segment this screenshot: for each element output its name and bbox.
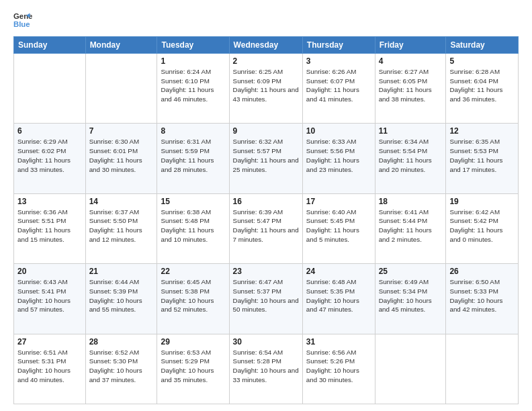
calendar-cell: 6Sunrise: 6:29 AMSunset: 6:02 PMDaylight… bbox=[14, 124, 86, 193]
calendar-cell: 7Sunrise: 6:30 AMSunset: 6:01 PMDaylight… bbox=[85, 124, 157, 193]
day-detail: Sunrise: 6:30 AMSunset: 6:01 PMDaylight:… bbox=[89, 137, 154, 174]
day-detail: Sunrise: 6:43 AMSunset: 5:41 PMDaylight:… bbox=[17, 277, 82, 314]
day-detail: Sunrise: 6:45 AMSunset: 5:38 PMDaylight:… bbox=[161, 277, 225, 314]
calendar-cell: 21Sunrise: 6:44 AMSunset: 5:39 PMDayligh… bbox=[85, 264, 157, 334]
day-number: 22 bbox=[161, 267, 225, 276]
day-number: 18 bbox=[379, 197, 443, 206]
day-number: 15 bbox=[161, 197, 225, 206]
calendar-cell: 8Sunrise: 6:31 AMSunset: 5:59 PMDaylight… bbox=[157, 124, 229, 193]
day-number: 6 bbox=[17, 126, 82, 136]
day-number: 27 bbox=[17, 337, 82, 347]
week-row-1: 1Sunrise: 6:24 AMSunset: 6:10 PMDaylight… bbox=[14, 54, 519, 124]
day-detail: Sunrise: 6:44 AMSunset: 5:39 PMDaylight:… bbox=[89, 277, 154, 314]
day-number: 16 bbox=[233, 197, 299, 206]
calendar-cell: 25Sunrise: 6:49 AMSunset: 5:34 PMDayligh… bbox=[375, 264, 446, 334]
week-row-4: 20Sunrise: 6:43 AMSunset: 5:41 PMDayligh… bbox=[14, 264, 519, 334]
day-number: 3 bbox=[306, 56, 371, 66]
day-detail: Sunrise: 6:34 AMSunset: 5:54 PMDaylight:… bbox=[379, 137, 443, 174]
calendar-cell: 14Sunrise: 6:37 AMSunset: 5:50 PMDayligh… bbox=[85, 193, 157, 263]
calendar-page: General Blue SundayMondayTuesdayWednesda… bbox=[0, 0, 532, 411]
calendar-cell: 29Sunrise: 6:53 AMSunset: 5:29 PMDayligh… bbox=[157, 334, 229, 404]
day-number: 10 bbox=[306, 126, 371, 136]
day-detail: Sunrise: 6:33 AMSunset: 5:56 PMDaylight:… bbox=[306, 137, 371, 174]
day-number: 21 bbox=[89, 267, 154, 276]
day-number: 11 bbox=[379, 126, 443, 136]
calendar-cell: 1Sunrise: 6:24 AMSunset: 6:10 PMDaylight… bbox=[157, 54, 229, 124]
calendar-body: 1Sunrise: 6:24 AMSunset: 6:10 PMDaylight… bbox=[14, 54, 519, 404]
day-detail: Sunrise: 6:35 AMSunset: 5:53 PMDaylight:… bbox=[449, 137, 515, 174]
day-detail: Sunrise: 6:27 AMSunset: 6:05 PMDaylight:… bbox=[379, 67, 443, 104]
weekday-header-friday: Friday bbox=[375, 37, 446, 54]
day-number: 26 bbox=[449, 267, 515, 276]
day-detail: Sunrise: 6:29 AMSunset: 6:02 PMDaylight:… bbox=[17, 137, 82, 174]
day-number: 19 bbox=[449, 197, 515, 206]
day-detail: Sunrise: 6:54 AMSunset: 5:28 PMDaylight:… bbox=[233, 348, 299, 385]
day-number: 9 bbox=[233, 126, 299, 136]
day-detail: Sunrise: 6:25 AMSunset: 6:09 PMDaylight:… bbox=[233, 67, 299, 104]
calendar-cell bbox=[446, 334, 519, 404]
logo-icon: General Blue bbox=[13, 11, 32, 30]
day-number: 1 bbox=[161, 56, 225, 66]
day-detail: Sunrise: 6:28 AMSunset: 6:04 PMDaylight:… bbox=[449, 67, 515, 104]
logo: General Blue bbox=[13, 11, 32, 30]
day-detail: Sunrise: 6:42 AMSunset: 5:42 PMDaylight:… bbox=[449, 208, 515, 244]
calendar-cell: 15Sunrise: 6:38 AMSunset: 5:48 PMDayligh… bbox=[157, 193, 229, 263]
svg-text:Blue: Blue bbox=[13, 20, 30, 28]
header: General Blue bbox=[13, 11, 519, 30]
calendar-table: SundayMondayTuesdayWednesdayThursdayFrid… bbox=[13, 36, 519, 404]
week-row-2: 6Sunrise: 6:29 AMSunset: 6:02 PMDaylight… bbox=[14, 124, 519, 193]
day-number: 30 bbox=[233, 337, 299, 347]
calendar-cell: 31Sunrise: 6:56 AMSunset: 5:26 PMDayligh… bbox=[302, 334, 375, 404]
day-detail: Sunrise: 6:32 AMSunset: 5:57 PMDaylight:… bbox=[233, 137, 299, 174]
day-detail: Sunrise: 6:56 AMSunset: 5:26 PMDaylight:… bbox=[306, 348, 371, 385]
calendar-cell: 4Sunrise: 6:27 AMSunset: 6:05 PMDaylight… bbox=[375, 54, 446, 124]
day-detail: Sunrise: 6:47 AMSunset: 5:37 PMDaylight:… bbox=[233, 277, 299, 314]
weekday-header-row: SundayMondayTuesdayWednesdayThursdayFrid… bbox=[14, 37, 519, 54]
calendar-cell: 19Sunrise: 6:42 AMSunset: 5:42 PMDayligh… bbox=[446, 193, 519, 263]
calendar-cell: 2Sunrise: 6:25 AMSunset: 6:09 PMDaylight… bbox=[229, 54, 302, 124]
day-detail: Sunrise: 6:31 AMSunset: 5:59 PMDaylight:… bbox=[161, 137, 225, 174]
day-detail: Sunrise: 6:51 AMSunset: 5:31 PMDaylight:… bbox=[17, 348, 82, 385]
calendar-cell: 17Sunrise: 6:40 AMSunset: 5:45 PMDayligh… bbox=[302, 193, 375, 263]
day-detail: Sunrise: 6:41 AMSunset: 5:44 PMDaylight:… bbox=[379, 208, 443, 244]
day-number: 17 bbox=[306, 197, 371, 206]
day-number: 5 bbox=[449, 56, 515, 66]
day-number: 29 bbox=[161, 337, 225, 347]
calendar-cell: 12Sunrise: 6:35 AMSunset: 5:53 PMDayligh… bbox=[446, 124, 519, 193]
weekday-header-wednesday: Wednesday bbox=[229, 37, 302, 54]
day-detail: Sunrise: 6:50 AMSunset: 5:33 PMDaylight:… bbox=[449, 277, 515, 314]
day-number: 20 bbox=[17, 267, 82, 276]
calendar-cell: 26Sunrise: 6:50 AMSunset: 5:33 PMDayligh… bbox=[446, 264, 519, 334]
calendar-cell: 3Sunrise: 6:26 AMSunset: 6:07 PMDaylight… bbox=[302, 54, 375, 124]
day-number: 2 bbox=[233, 56, 299, 66]
calendar-cell: 16Sunrise: 6:39 AMSunset: 5:47 PMDayligh… bbox=[229, 193, 302, 263]
calendar-cell: 10Sunrise: 6:33 AMSunset: 5:56 PMDayligh… bbox=[302, 124, 375, 193]
calendar-cell: 23Sunrise: 6:47 AMSunset: 5:37 PMDayligh… bbox=[229, 264, 302, 334]
calendar-cell: 24Sunrise: 6:48 AMSunset: 5:35 PMDayligh… bbox=[302, 264, 375, 334]
weekday-header-sunday: Sunday bbox=[14, 37, 86, 54]
week-row-5: 27Sunrise: 6:51 AMSunset: 5:31 PMDayligh… bbox=[14, 334, 519, 404]
calendar-cell: 9Sunrise: 6:32 AMSunset: 5:57 PMDaylight… bbox=[229, 124, 302, 193]
day-detail: Sunrise: 6:49 AMSunset: 5:34 PMDaylight:… bbox=[379, 277, 443, 314]
calendar-cell bbox=[14, 54, 86, 124]
calendar-cell: 18Sunrise: 6:41 AMSunset: 5:44 PMDayligh… bbox=[375, 193, 446, 263]
day-detail: Sunrise: 6:53 AMSunset: 5:29 PMDaylight:… bbox=[161, 348, 225, 385]
weekday-header-tuesday: Tuesday bbox=[157, 37, 229, 54]
day-number: 25 bbox=[379, 267, 443, 276]
day-detail: Sunrise: 6:26 AMSunset: 6:07 PMDaylight:… bbox=[306, 67, 371, 104]
week-row-3: 13Sunrise: 6:36 AMSunset: 5:51 PMDayligh… bbox=[14, 193, 519, 263]
day-detail: Sunrise: 6:36 AMSunset: 5:51 PMDaylight:… bbox=[17, 208, 82, 244]
weekday-header-saturday: Saturday bbox=[446, 37, 519, 54]
day-number: 14 bbox=[89, 197, 154, 206]
calendar-cell: 13Sunrise: 6:36 AMSunset: 5:51 PMDayligh… bbox=[14, 193, 86, 263]
day-number: 7 bbox=[89, 126, 154, 136]
day-number: 28 bbox=[89, 337, 154, 347]
calendar-cell: 22Sunrise: 6:45 AMSunset: 5:38 PMDayligh… bbox=[157, 264, 229, 334]
day-number: 23 bbox=[233, 267, 299, 276]
calendar-cell: 28Sunrise: 6:52 AMSunset: 5:30 PMDayligh… bbox=[85, 334, 157, 404]
calendar-cell: 20Sunrise: 6:43 AMSunset: 5:41 PMDayligh… bbox=[14, 264, 86, 334]
day-number: 24 bbox=[306, 267, 371, 276]
day-detail: Sunrise: 6:48 AMSunset: 5:35 PMDaylight:… bbox=[306, 277, 371, 314]
day-number: 13 bbox=[17, 197, 82, 206]
calendar-cell: 5Sunrise: 6:28 AMSunset: 6:04 PMDaylight… bbox=[446, 54, 519, 124]
